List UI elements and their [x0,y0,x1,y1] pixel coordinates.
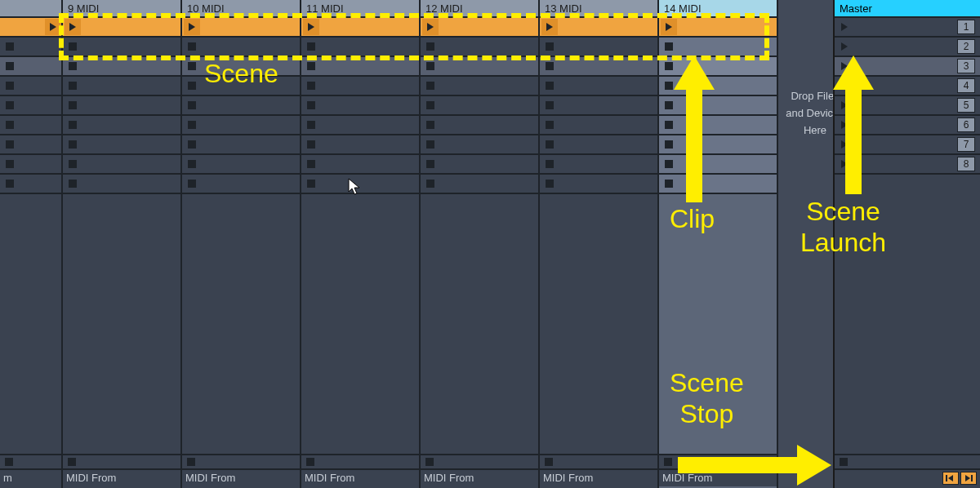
scene-play-icon[interactable] [836,19,853,35]
scene-launch-row[interactable]: 8 [835,155,980,175]
scene-play-icon[interactable] [836,38,853,55]
clip-play-icon[interactable] [45,19,61,35]
scene-play-icon[interactable] [836,117,853,133]
clip-slot[interactable] [182,18,300,38]
clip-play-icon[interactable] [541,19,558,35]
io-label[interactable]: MIDI From [540,470,657,486]
clip-slot-empty[interactable] [421,116,538,135]
clip-slot-empty[interactable] [182,57,300,77]
scene-number[interactable]: 1 [957,20,975,34]
clip-slot-empty[interactable] [63,116,180,135]
clip-slot-empty[interactable] [540,135,657,155]
track-header[interactable]: 13 MIDI [540,0,657,18]
io-label[interactable]: m [0,470,61,486]
track-header[interactable]: 9 MIDI [63,0,180,18]
clip-slot-empty[interactable] [182,38,300,57]
stop-all-clips-button[interactable] [835,454,980,470]
clip-slot-empty[interactable] [659,38,777,57]
scene-number[interactable]: 2 [957,39,975,54]
clip-slot-empty[interactable] [63,77,180,96]
scene-number[interactable]: 7 [957,137,975,152]
clip-slot-empty[interactable] [301,38,419,57]
track-header[interactable]: 14 MIDI [659,0,777,18]
clip-slot-empty[interactable] [421,96,538,116]
clip-slot-empty[interactable] [0,155,61,175]
track-stop-button[interactable] [63,454,180,470]
clip-slot[interactable] [540,18,657,38]
clip-slot-empty[interactable] [301,77,419,96]
clip-slot-empty[interactable] [301,135,419,155]
scene-play-icon[interactable] [836,136,853,153]
scene-number[interactable]: 6 [957,118,975,132]
back-to-arrangement-button[interactable] [942,472,959,485]
clip-slot-empty[interactable] [301,96,419,116]
clip-slot-empty[interactable] [182,155,300,175]
clip-slot-empty[interactable] [0,77,61,96]
clip-slot-empty[interactable] [182,135,300,155]
scene-play-icon[interactable] [836,78,853,94]
scene-play-icon[interactable] [836,97,853,113]
clip-slot-empty[interactable] [182,77,300,96]
scene-play-icon[interactable] [836,156,853,172]
clip-slot-empty[interactable] [301,155,419,175]
scene-launch-row[interactable]: 1 [835,18,980,38]
scene-number[interactable]: 3 [957,59,975,73]
clip-slot-empty[interactable] [659,155,777,175]
clip-slot-empty[interactable] [182,96,300,116]
track-stop-button[interactable] [421,454,538,470]
clip-slot-empty[interactable] [421,57,538,77]
clip-slot-empty[interactable] [0,96,61,116]
clip-slot-empty[interactable] [0,135,61,155]
clip-slot[interactable] [421,18,538,38]
clip-slot-empty[interactable] [659,116,777,135]
master-header[interactable]: Master [835,0,980,18]
clip-slot-empty[interactable] [540,116,657,135]
clip-slot-empty[interactable] [0,38,61,57]
clip-play-icon[interactable] [184,19,200,35]
clip-slot-empty[interactable] [0,57,61,77]
clip-slot-empty[interactable] [421,155,538,175]
clip-slot-empty[interactable] [659,96,777,116]
scene-launch-row[interactable]: 4 [835,77,980,96]
track-header[interactable] [0,0,61,18]
scene-launch-row[interactable]: 7 [835,135,980,155]
clip-slot-empty[interactable] [421,135,538,155]
clip-slot-empty[interactable] [63,57,180,77]
track-stop-button[interactable] [540,454,657,470]
clip-slot-empty[interactable] [659,175,777,194]
scene-launch-row[interactable]: 2 [835,38,980,57]
clip-slot-empty[interactable] [182,175,300,194]
clip-slot-empty[interactable] [0,116,61,135]
clip-slot-empty[interactable] [540,96,657,116]
clip-slot[interactable] [0,18,61,38]
scene-number[interactable]: 4 [957,78,975,93]
clip-slot-empty[interactable] [63,175,180,194]
track-header[interactable]: 10 MIDI [182,0,300,18]
clip-slot-empty[interactable] [540,38,657,57]
clip-play-icon[interactable] [422,19,439,35]
clip-play-icon[interactable] [65,19,81,35]
clip-slot-empty[interactable] [540,77,657,96]
clip-slot-empty[interactable] [659,135,777,155]
track-stop-button[interactable] [0,454,61,470]
io-label[interactable]: MIDI From [301,470,419,486]
scene-number[interactable]: 5 [957,98,975,113]
clip-slot-empty[interactable] [659,77,777,96]
clip-slot[interactable] [301,18,419,38]
io-label[interactable]: MIDI From [659,470,777,486]
io-label[interactable]: MIDI From [63,470,180,486]
clip-slot-empty[interactable] [301,57,419,77]
clip-slot-empty[interactable] [301,116,419,135]
clip-slot-empty[interactable] [63,135,180,155]
track-stop-button[interactable] [182,454,300,470]
scene-play-icon[interactable] [836,58,853,74]
track-header[interactable]: 11 MIDI [301,0,419,18]
scene-number[interactable]: 8 [957,157,975,171]
clip-slot-empty[interactable] [540,155,657,175]
scene-launch-row[interactable]: 3 [835,57,980,77]
scene-launch-row[interactable]: 6 [835,116,980,135]
clip-slot-empty[interactable] [421,38,538,57]
clip-slot-empty[interactable] [182,116,300,135]
track-stop-button[interactable] [659,454,777,470]
clip-slot-empty[interactable] [0,175,61,194]
